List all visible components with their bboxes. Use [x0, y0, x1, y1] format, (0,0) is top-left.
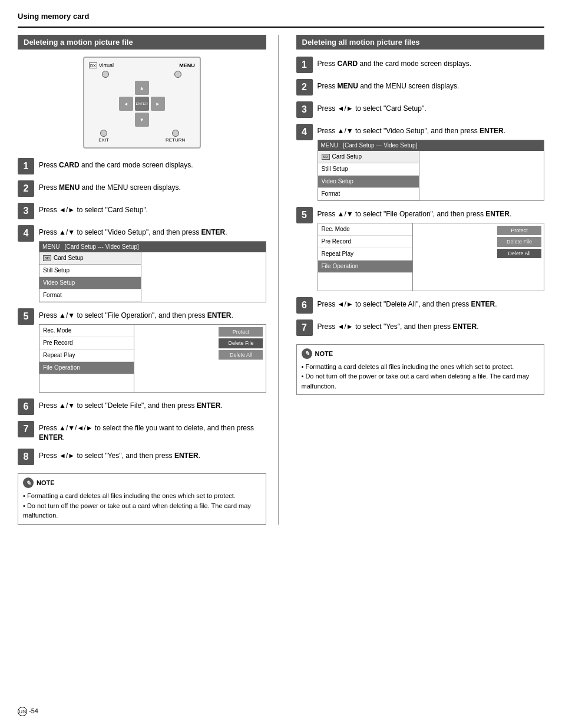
right-section-header: Deleteing all motion picture files	[296, 35, 545, 50]
step-badge-7-right: 7	[296, 319, 313, 336]
step-text-6-left: Press ▲/▼ to select "Delete File", and t…	[39, 398, 223, 411]
step-3-right: 3 Press ◄/► to select "Card Setup".	[296, 101, 545, 118]
d-pad: ▲ ◄ ENTER ► ▼	[118, 80, 166, 127]
menu-item-still-setup-left: Still Setup	[39, 265, 141, 277]
remote-diagram: DX Virtual MENU ▲ ◄ ENTER ► ▼	[83, 57, 201, 149]
step-3-left: 3 Press ◄/► to select "Card Setup".	[18, 203, 266, 219]
file-op-pre-record-right: Pre Record	[318, 236, 412, 248]
file-op-file-operation: File Operation	[39, 362, 134, 374]
menu-item-video-setup-right: Video Setup	[318, 176, 419, 188]
step-2-right: 2 Press MENU and the MENU screen display…	[296, 79, 545, 95]
step-text-5-left: Press ▲/▼ to select "File Operation", an…	[39, 308, 266, 393]
file-op-left-col-right: Rec. Mode Pre Record Repeat Play File Op…	[318, 223, 413, 291]
step-text-8-left: Press ◄/► to select "Yes", and then pres…	[39, 449, 200, 461]
step-badge-4-right: 4	[296, 124, 313, 140]
step-badge-1-right: 1	[296, 57, 313, 73]
file-op-file-operation-right: File Operation	[318, 261, 412, 273]
note-header-left: ✎ NOTE	[23, 477, 261, 488]
step-text-5-right: Press ▲/▼ to select "File Operation", an…	[318, 207, 545, 291]
page-title: Using memory card	[18, 12, 544, 21]
file-op-delete-all-btn-right: Delete All	[497, 249, 541, 259]
step-badge-7-left: 7	[18, 421, 34, 437]
step-7-left: 7 Press ▲/▼/◄/► to select the file you w…	[18, 421, 266, 443]
note-icon-right: ✎	[302, 348, 312, 359]
left-section: Deleteing a motion picture file DX Virtu…	[18, 35, 279, 525]
step-badge-2-right: 2	[296, 79, 313, 95]
note-section-right: ✎ NOTE • Formatting a card deletes all f…	[296, 344, 545, 396]
file-op-delete-file-btn-left: Delete File	[219, 338, 263, 348]
file-op-menu-5-right: Rec. Mode Pre Record Repeat Play File Op…	[318, 223, 545, 291]
menu-right-col-right	[419, 151, 544, 200]
menu-item-video-setup-left: Video Setup	[39, 277, 141, 289]
note-text-right: • Formatting a card deletes all files in…	[302, 362, 540, 391]
file-op-pre-record: Pre Record	[39, 337, 134, 350]
step-badge-6-right: 6	[296, 297, 313, 314]
step-badge-8-left: 8	[18, 449, 34, 465]
file-op-delete-all-btn-left: Delete All	[219, 350, 263, 360]
card-icon-right: SD	[322, 154, 330, 160]
menu-left-col-right: SD Card Setup Still Setup Video Setup Fo…	[318, 151, 420, 200]
step-badge-4-left: 4	[18, 225, 34, 242]
menu-right-col-left	[141, 252, 266, 302]
menu-screenshot-4-right: MENU [Card Setup --- Video Setup] SD Car…	[318, 140, 545, 201]
footer-circle: US	[18, 707, 27, 716]
remote-bottom-labels: EXIT RETURN	[89, 130, 195, 143]
menu-title-bar-right: MENU [Card Setup --- Video Setup]	[318, 140, 544, 151]
step-text-3-right: Press ◄/► to select "Card Setup".	[318, 101, 427, 114]
card-icon: SD	[43, 255, 51, 261]
note-text-left: • Formatting a card deletes all files in…	[23, 491, 261, 521]
menu-item-still-setup-right: Still Setup	[318, 163, 419, 176]
step-6-right: 6 Press ◄/► to select "Delete All", and …	[296, 297, 545, 314]
menu-label: MENU	[179, 62, 195, 68]
step-badge-6-left: 6	[18, 398, 34, 415]
step-text-2-right: Press MENU and the MENU screen displays.	[318, 79, 459, 91]
step-text-7-left: Press ▲/▼/◄/► to select the file you wan…	[39, 421, 266, 443]
file-op-repeat-play-right: Repeat Play	[318, 248, 412, 261]
menu-item-format-left: Format	[39, 289, 141, 302]
file-op-rec-mode: Rec. Mode	[39, 325, 134, 337]
menu-screenshot-4-left: MENU [Card Setup --- Video Setup] SD Car…	[39, 241, 266, 302]
step-5-right: 5 Press ▲/▼ to select "File Operation", …	[296, 207, 545, 291]
step-text-3-left: Press ◄/► to select "Card Setup".	[39, 203, 148, 215]
step-badge-5-right: 5	[296, 207, 313, 223]
top-left-circle	[102, 71, 109, 78]
file-op-right-col-right: Protect Delete File Delete All	[413, 223, 544, 291]
page-footer: US -54	[18, 707, 38, 716]
file-op-delete-file-btn-right: Delete File	[497, 237, 541, 247]
file-op-protect-btn-left: Protect	[219, 327, 263, 337]
note-icon-left: ✎	[23, 477, 34, 488]
step-badge-1-left: 1	[18, 158, 34, 174]
file-op-protect-btn-right: Protect	[497, 226, 541, 236]
menu-item-format-right: Format	[318, 188, 419, 200]
step-text-2-left: Press MENU and the MENU screen displays.	[39, 180, 181, 193]
step-1-right: 1 Press CARD and the card mode screen di…	[296, 57, 545, 73]
file-op-right-col-left: Protect Delete File Delete All	[134, 325, 265, 392]
step-text-1-right: Press CARD and the card mode screen disp…	[318, 57, 471, 69]
left-section-header: Deleteing a motion picture file	[18, 35, 266, 50]
step-text-7-right: Press ◄/► to select "Yes", and then pres…	[318, 319, 479, 332]
step-text-4-right: Press ▲/▼ to select "Video Setup", and t…	[318, 124, 545, 201]
step-4-right: 4 Press ▲/▼ to select "Video Setup", and…	[296, 124, 545, 201]
step-badge-3-right: 3	[296, 101, 313, 118]
file-op-repeat-play: Repeat Play	[39, 350, 134, 362]
step-4-left: 4 Press ▲/▼ to select "Video Setup", and…	[18, 225, 266, 302]
step-5-left: 5 Press ▲/▼ to select "File Operation", …	[18, 308, 266, 393]
footer-text: -54	[29, 707, 38, 714]
note-section-left: ✎ NOTE • Formatting a card deletes all f…	[18, 473, 266, 525]
step-badge-3-left: 3	[18, 203, 34, 219]
card-setup-header-right: SD Card Setup	[318, 151, 419, 163]
step-text-1-left: Press CARD and the card mode screen disp…	[39, 158, 193, 170]
virtual-label: DX Virtual	[89, 62, 114, 68]
menu-left-col: SD Card Setup Still Setup Video Setup Fo…	[39, 252, 141, 302]
step-7-right: 7 Press ◄/► to select "Yes", and then pr…	[296, 319, 545, 336]
step-2-left: 2 Press MENU and the MENU screen display…	[18, 180, 266, 197]
card-setup-header: SD Card Setup	[39, 252, 141, 265]
step-1-left: 1 Press CARD and the card mode screen di…	[18, 158, 266, 174]
step-8-left: 8 Press ◄/► to select "Yes", and then pr…	[18, 449, 266, 465]
file-op-rec-mode-right: Rec. Mode	[318, 223, 412, 236]
step-badge-2-left: 2	[18, 180, 34, 197]
step-6-left: 6 Press ▲/▼ to select "Delete File", and…	[18, 398, 266, 415]
note-header-right: ✎ NOTE	[302, 348, 540, 359]
right-section: Deleteing all motion picture files 1 Pre…	[290, 35, 545, 525]
top-right-circle	[174, 71, 181, 78]
